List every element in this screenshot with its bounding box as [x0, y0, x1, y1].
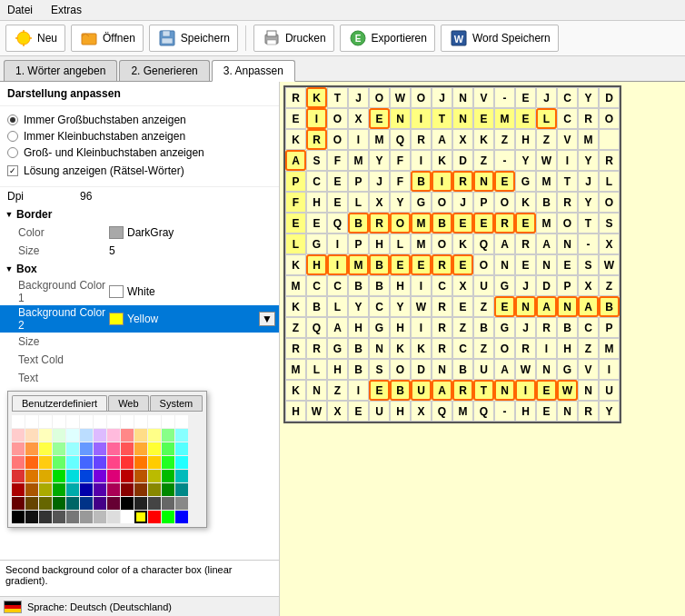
menu-datei[interactable]: Datei — [4, 2, 36, 18]
color-cell-4-11[interactable] — [162, 470, 174, 482]
bgcolor2-dropdown[interactable]: ▼ — [259, 312, 275, 326]
color-cell-0-6[interactable] — [94, 415, 106, 428]
cp-tab-custom[interactable]: Benutzerdefiniert — [12, 395, 107, 411]
color-cell-6-0[interactable] — [12, 497, 25, 510]
tree-section[interactable]: ▼ Border Color DarkGray Size 5 ▼ Box — [0, 205, 279, 405]
color-cell-3-5[interactable] — [80, 456, 93, 469]
color-cell-3-7[interactable] — [107, 456, 120, 469]
color-cell-0-3[interactable] — [53, 415, 65, 428]
tab-1[interactable]: 1. Wörter angeben — [4, 60, 117, 81]
color-cell-5-2[interactable] — [39, 483, 52, 496]
color-cell-4-4[interactable] — [66, 470, 79, 482]
color-cell-0-5[interactable] — [80, 415, 93, 428]
bgcolor1-swatch[interactable] — [109, 285, 124, 298]
color-cell-6-9[interactable] — [134, 497, 147, 510]
save-button[interactable]: Speichern — [149, 25, 238, 52]
tree-box-text[interactable]: Text — [0, 369, 279, 387]
print-button[interactable]: Drucken — [253, 25, 334, 52]
color-cell-0-7[interactable] — [107, 415, 120, 428]
color-cell-4-5[interactable] — [80, 470, 93, 482]
color-cell-2-10[interactable] — [148, 442, 161, 455]
color-cell-2-0[interactable] — [12, 442, 25, 455]
color-cell-7-3[interactable] — [53, 511, 65, 523]
color-cell-7-5[interactable] — [80, 511, 93, 523]
color-cell-0-12[interactable] — [175, 415, 188, 428]
cp-tab-system[interactable]: System — [150, 395, 204, 411]
border-color-swatch[interactable] — [109, 226, 124, 239]
color-cell-2-4[interactable] — [66, 442, 79, 455]
tree-box-bgcolor1[interactable]: Background Color 1 White — [0, 278, 279, 305]
color-cell-1-9[interactable] — [134, 429, 147, 442]
color-cell-1-5[interactable] — [80, 429, 93, 442]
color-cell-0-9[interactable] — [134, 415, 147, 428]
tree-border-color[interactable]: Color DarkGray — [0, 224, 279, 242]
color-cell-2-7[interactable] — [107, 442, 120, 455]
tab-3[interactable]: 3. Anpassen — [212, 60, 295, 82]
color-cell-4-3[interactable] — [53, 470, 65, 482]
color-cell-7-4[interactable] — [66, 511, 79, 523]
color-cell-6-8[interactable] — [121, 497, 134, 510]
color-cell-3-4[interactable] — [66, 456, 79, 469]
color-cell-7-8[interactable] — [121, 511, 134, 523]
color-cell-5-6[interactable] — [94, 483, 106, 496]
color-cell-1-11[interactable] — [162, 429, 174, 442]
color-cell-7-0[interactable] — [12, 511, 25, 523]
color-cell-4-7[interactable] — [107, 470, 120, 482]
color-cell-3-0[interactable] — [12, 456, 25, 469]
color-cell-7-2[interactable] — [39, 511, 52, 523]
color-cell-6-6[interactable] — [94, 497, 106, 510]
color-cell-4-12[interactable] — [175, 470, 188, 482]
open-button[interactable]: Öffnen — [71, 25, 144, 52]
color-cell-6-3[interactable] — [53, 497, 65, 510]
color-cell-3-2[interactable] — [39, 456, 52, 469]
color-cell-3-12[interactable] — [175, 456, 188, 469]
word-save-button[interactable]: W Word Speichern — [441, 25, 559, 52]
color-cell-1-0[interactable] — [12, 429, 25, 442]
color-cell-0-0[interactable] — [12, 415, 25, 428]
color-cell-0-2[interactable] — [39, 415, 52, 428]
checkbox-solution[interactable]: ✓ Lösung anzeigen (Rätsel-Wörter) — [7, 161, 272, 181]
radio-uppercase[interactable]: Immer Großbuchstaben anzeigen — [7, 112, 272, 128]
color-cell-3-8[interactable] — [121, 456, 134, 469]
color-cell-6-12[interactable] — [175, 497, 188, 510]
color-cell-4-1[interactable] — [25, 470, 38, 482]
color-cell-7-11[interactable] — [162, 511, 174, 523]
tree-box-size[interactable]: Size — [0, 333, 279, 351]
color-cell-1-10[interactable] — [148, 429, 161, 442]
menu-extras[interactable]: Extras — [47, 2, 85, 18]
tree-border-header[interactable]: ▼ Border — [0, 205, 279, 224]
color-cell-4-8[interactable] — [121, 470, 134, 482]
color-cell-5-12[interactable] — [175, 483, 188, 496]
color-cell-2-12[interactable] — [175, 442, 188, 455]
color-cell-5-0[interactable] — [12, 483, 25, 496]
tree-box-textcold[interactable]: Text Cold — [0, 351, 279, 369]
new-button[interactable]: Neu — [5, 25, 65, 52]
color-cell-2-9[interactable] — [134, 442, 147, 455]
color-cell-5-8[interactable] — [121, 483, 134, 496]
color-cell-1-4[interactable] — [66, 429, 79, 442]
color-cell-2-8[interactable] — [121, 442, 134, 455]
color-cell-4-9[interactable] — [134, 470, 147, 482]
color-cell-4-6[interactable] — [94, 470, 106, 482]
radio-mixed[interactable]: Groß- und Kleinbuchstaben anzeigen — [7, 144, 272, 161]
color-cell-5-9[interactable] — [134, 483, 147, 496]
radio-lowercase[interactable]: Immer Kleinbuchstaben anzeigen — [7, 128, 272, 144]
color-cell-2-11[interactable] — [162, 442, 174, 455]
color-cell-0-10[interactable] — [148, 415, 161, 428]
color-cell-7-12[interactable] — [175, 511, 188, 523]
color-cell-1-2[interactable] — [39, 429, 52, 442]
color-cell-0-11[interactable] — [162, 415, 174, 428]
tree-box-bgcolor2[interactable]: Background Color 2 Yellow ▼ — [0, 305, 279, 333]
color-cell-3-9[interactable] — [134, 456, 147, 469]
color-cell-7-7[interactable] — [107, 511, 120, 523]
color-cell-7-1[interactable] — [25, 511, 38, 523]
color-cell-3-6[interactable] — [94, 456, 106, 469]
color-cell-6-2[interactable] — [39, 497, 52, 510]
color-cell-3-11[interactable] — [162, 456, 174, 469]
color-cell-2-3[interactable] — [53, 442, 65, 455]
color-cell-1-7[interactable] — [107, 429, 120, 442]
color-cell-6-7[interactable] — [107, 497, 120, 510]
color-cell-5-3[interactable] — [53, 483, 65, 496]
tab-2[interactable]: 2. Generieren — [119, 60, 209, 81]
color-cell-1-1[interactable] — [25, 429, 38, 442]
